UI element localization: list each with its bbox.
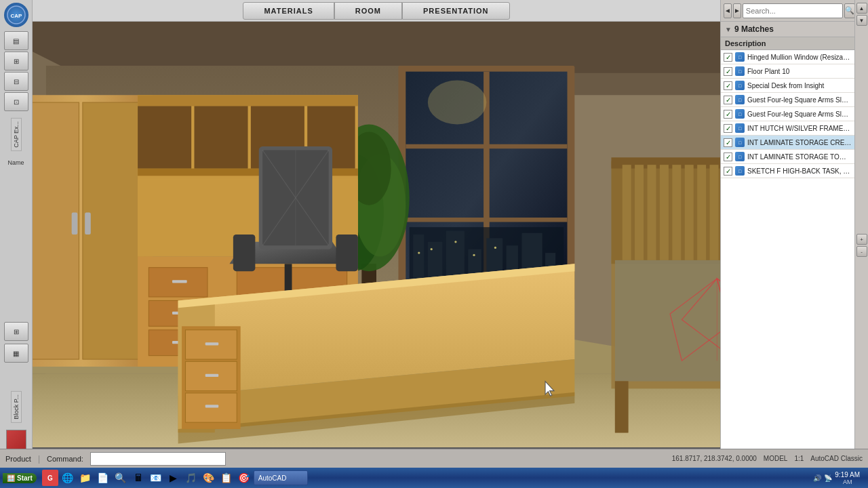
- match-icon-3: □: [735, 95, 745, 104]
- app-logo: CAP: [4, 3, 28, 27]
- match-text-5: INT HUTCH W/SILVER FRAMED NON-I: [747, 125, 852, 132]
- panel-nav-row: ◄ ► 🔍: [721, 0, 854, 22]
- match-checkbox-2[interactable]: [724, 81, 732, 90]
- sidebar-btn-bottom-1[interactable]: ⊞: [4, 322, 28, 341]
- taskbar-icon-media[interactable]: ▶: [165, 470, 182, 486]
- taskbar-icon-clipboard[interactable]: 📋: [218, 470, 235, 486]
- far-right-panel: ▲ ▼ + - ◄ ►: [854, 0, 868, 488]
- svg-rect-41: [138, 95, 358, 106]
- sidebar-btn-bottom-2[interactable]: ▦: [4, 344, 28, 363]
- nav-prev-btn[interactable]: ◄: [724, 3, 732, 18]
- match-item-4[interactable]: □ Guest Four-leg Square Arms Slat Back: [721, 107, 854, 121]
- match-icon-7: □: [735, 152, 745, 161]
- match-checkbox-8[interactable]: [724, 167, 732, 176]
- svg-point-24: [418, 251, 420, 253]
- match-text-1: Floor Plant 10: [747, 68, 852, 75]
- match-checkbox-4[interactable]: [724, 110, 732, 119]
- tab-room[interactable]: ROOM: [334, 2, 402, 20]
- taskbar-app-autocad[interactable]: AutoCAD: [254, 470, 308, 485]
- top-toolbar: MATERIALS ROOM PRESENTATION: [33, 0, 720, 22]
- match-icon-2: □: [735, 81, 745, 90]
- autocad-label: AutoCAD Classic: [810, 455, 863, 462]
- match-text-8: SKETCH F HIGH-BACK TASK, #1 MECH: [747, 167, 852, 175]
- match-checkbox-6[interactable]: [724, 138, 732, 147]
- match-text-3: Guest Four-leg Square Arms Slat Back: [747, 96, 852, 104]
- svg-rect-89: [710, 165, 719, 260]
- taskbar-icon-search[interactable]: 🔍: [113, 470, 129, 486]
- search-input[interactable]: [743, 3, 843, 18]
- taskbar-icon-email[interactable]: 📧: [148, 470, 164, 486]
- taskbar-icon-doc[interactable]: 📄: [95, 470, 111, 486]
- taskbar-programs: G 🌐 📁 📄 🔍 🖩 📧 ▶ 🎵 🎨 📋 🎯 AutoCAD: [42, 470, 807, 486]
- sidebar-name-label: Name: [6, 158, 25, 167]
- taskbar-icon-target[interactable]: 🎯: [236, 470, 252, 486]
- match-icon-5: □: [735, 123, 745, 133]
- match-checkbox-1[interactable]: [724, 67, 732, 76]
- match-item-3[interactable]: □ Guest Four-leg Square Arms Slat Back: [721, 93, 854, 107]
- match-icon-8: □: [735, 166, 745, 176]
- match-item-2[interactable]: □ Special Desk from Insight: [721, 79, 854, 93]
- match-icon-0: □: [735, 52, 745, 62]
- taskbar-icon-browser[interactable]: 🌐: [60, 470, 76, 486]
- match-item-7[interactable]: □ INT LAMINATE STORAGE TOWER, 6/6/: [721, 150, 854, 164]
- match-checkbox-0[interactable]: [724, 53, 732, 62]
- svg-rect-43: [138, 106, 191, 169]
- svg-rect-82: [623, 165, 631, 260]
- taskbar-icon-paint[interactable]: 🎨: [201, 470, 217, 486]
- svg-rect-87: [685, 165, 694, 260]
- taskbar-icon-calc[interactable]: 🖩: [130, 470, 146, 486]
- svg-point-26: [454, 241, 456, 243]
- matches-column-header: Description: [721, 37, 854, 50]
- svg-rect-65: [336, 235, 357, 271]
- taskbar-icon-google[interactable]: G: [42, 470, 58, 486]
- tab-presentation[interactable]: PRESENTATION: [402, 2, 510, 20]
- start-button[interactable]: 🪟 Start: [3, 473, 37, 483]
- far-right-btn-1[interactable]: ▲: [856, 3, 867, 14]
- match-text-7: INT LAMINATE STORAGE TOWER, 6/6/: [747, 153, 852, 161]
- status-coordinates: 161.8717, 218.3742, 0.0000: [672, 455, 757, 462]
- model-mode: MODEL: [764, 455, 788, 462]
- svg-rect-52: [172, 280, 187, 283]
- match-item-5[interactable]: □ INT HUTCH W/SILVER FRAMED NON-I: [721, 121, 854, 136]
- sidebar-btn-1[interactable]: ▤: [4, 31, 28, 50]
- svg-text:CAP: CAP: [10, 13, 22, 19]
- svg-point-27: [473, 254, 475, 256]
- match-item-8[interactable]: □ SKETCH F HIGH-BACK TASK, #1 MECH: [721, 164, 854, 178]
- match-icon-1: □: [735, 66, 745, 76]
- sidebar-btn-4[interactable]: ⊡: [4, 92, 28, 111]
- tab-materials[interactable]: MATERIALS: [243, 2, 334, 20]
- far-right-btn-4[interactable]: -: [856, 246, 867, 257]
- sidebar-btn-3[interactable]: ⊟: [4, 72, 28, 91]
- left-sidebar: CAP ▤ ⊞ ⊟ ⊡ CAP Ex... Name ⊞ ▦ Block P..…: [0, 0, 33, 488]
- search-icon-btn[interactable]: 🔍: [844, 3, 855, 18]
- center-content: MATERIALS ROOM PRESENTATION: [33, 0, 720, 488]
- svg-rect-64: [233, 235, 255, 271]
- sidebar-btn-2[interactable]: ⊞: [4, 52, 28, 70]
- match-item-0[interactable]: □ Hinged Mullion Window (Resizable): [721, 50, 854, 64]
- svg-rect-92: [615, 260, 720, 382]
- match-checkbox-5[interactable]: [724, 124, 732, 133]
- match-checkbox-7[interactable]: [724, 152, 732, 161]
- far-right-btn-3[interactable]: +: [856, 234, 867, 245]
- match-icon-4: □: [735, 109, 745, 119]
- room-scene-svg: [33, 22, 720, 447]
- svg-rect-95: [615, 382, 628, 433]
- svg-point-25: [431, 248, 433, 250]
- command-input[interactable]: [90, 452, 226, 466]
- matches-count-label: 9 Matches: [734, 24, 774, 34]
- match-item-6[interactable]: □ INT LAMINATE STORAGE CREDENZA :: [721, 136, 854, 150]
- taskbar-icon-music[interactable]: 🎵: [183, 470, 199, 486]
- matches-header: ▼ 9 Matches: [721, 22, 854, 37]
- match-checkbox-3[interactable]: [724, 96, 732, 104]
- match-item-1[interactable]: □ Floor Plant 10: [721, 64, 854, 79]
- nav-next-btn[interactable]: ►: [733, 3, 741, 18]
- svg-rect-84: [648, 165, 656, 260]
- windows-taskbar: 🪟 Start G 🌐 📁 📄 🔍 🖩 📧 ▶ 🎵 🎨 📋 🎯 AutoCAD …: [0, 468, 868, 488]
- status-command-label: Command:: [47, 455, 83, 463]
- model-scale: 1:1: [794, 455, 804, 462]
- taskbar-icon-folder[interactable]: 📁: [77, 470, 94, 486]
- svg-rect-78: [205, 405, 218, 407]
- far-right-btn-2[interactable]: ▼: [856, 15, 867, 26]
- svg-rect-83: [635, 165, 644, 260]
- viewport[interactable]: [33, 22, 720, 447]
